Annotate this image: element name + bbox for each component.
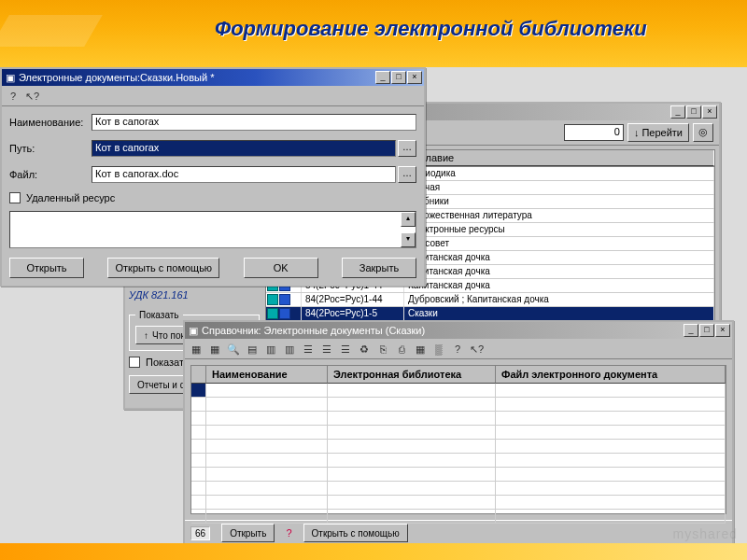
cell-title: Капитанская дочка: [404, 251, 714, 264]
tool-icon[interactable]: ▦: [189, 342, 204, 357]
name-input[interactable]: Кот в сапогах: [92, 114, 416, 131]
table-row[interactable]: 84(2Рос=Рус)1-5Сказки: [266, 307, 714, 321]
reference-titlebar[interactable]: ▣ Справочник: Электронные документы (Ска…: [185, 322, 732, 339]
whatsthis-icon[interactable]: ↖?: [24, 89, 39, 104]
page-title: Формирование электронной библиотеки: [215, 17, 647, 41]
open-with-button[interactable]: Открыть с помощью: [303, 524, 408, 542]
name-label: Наименование:: [9, 117, 92, 128]
view-button[interactable]: ◎: [693, 123, 713, 142]
close-button[interactable]: ×: [715, 324, 730, 337]
arrow-down-icon: ↓: [634, 127, 640, 138]
grid-row-marker-col: [191, 366, 206, 384]
reference-window: ▣ Справочник: Электронные документы (Ска…: [183, 320, 734, 544]
cell-title: Электронные ресурсы: [404, 223, 714, 236]
reference-title: Справочник: Электронные документы (Сказк…: [202, 325, 684, 336]
tool-icon[interactable]: ▦: [207, 342, 222, 357]
maximize-button[interactable]: □: [391, 71, 406, 84]
tool-icon[interactable]: ▒: [431, 342, 446, 357]
whatsthis-icon[interactable]: ↖?: [469, 342, 484, 357]
remote-checkbox[interactable]: Удаленный ресурс: [9, 192, 416, 203]
table-row[interactable]: [191, 398, 726, 412]
folder-icon: [267, 308, 278, 319]
file-browse-button[interactable]: …: [398, 166, 416, 183]
path-label: Путь:: [9, 143, 92, 154]
cell-title: Педсовет: [404, 237, 714, 250]
tool-icon[interactable]: ☰: [301, 342, 316, 357]
grid-col-library[interactable]: Электронная библиотека: [328, 366, 496, 384]
reference-grid-body[interactable]: [191, 384, 726, 524]
table-row[interactable]: [191, 426, 726, 440]
desktop-area: _ □ × 0 ↓Перейти ◎ УДК 821.161 Показать …: [0, 67, 747, 560]
doc-icon: [279, 294, 290, 305]
scroll-up-icon[interactable]: ▴: [401, 212, 416, 227]
tool-icon[interactable]: ▥: [282, 342, 297, 357]
file-label: Файл:: [9, 169, 92, 180]
cell-code: 84(2Рос=Рус)1-44: [302, 293, 404, 306]
path-browse-button[interactable]: …: [398, 140, 416, 157]
folder-icon: [267, 294, 278, 305]
tool-icon[interactable]: ⎘: [375, 342, 390, 357]
minimize-button[interactable]: _: [684, 324, 698, 337]
table-row[interactable]: [191, 482, 726, 496]
col-title[interactable]: Заглавие: [404, 150, 714, 166]
show-panel-legend: Показать: [135, 310, 183, 320]
grid-col-name[interactable]: Наименование: [206, 366, 328, 384]
open-button[interactable]: Открыть: [9, 258, 84, 278]
grid-col-file[interactable]: Файл электронного документа: [496, 366, 726, 384]
watermark: myshared: [673, 526, 738, 541]
table-row[interactable]: 84(2Рос=Рус)1-44Дубровский ; Капитанская…: [266, 293, 714, 307]
cell-title: Художественная литература: [404, 209, 714, 222]
open-button[interactable]: Открыть: [221, 524, 275, 542]
reference-grid[interactable]: Наименование Электронная библиотека Файл…: [190, 365, 726, 514]
table-row[interactable]: [191, 510, 726, 524]
dialog-title: Электронные документы:Сказки.Новый *: [19, 72, 375, 83]
tool-icon[interactable]: ⎙: [394, 342, 409, 357]
ok-button[interactable]: OK: [244, 258, 318, 278]
dialog-toolbar: ? ↖?: [2, 86, 424, 106]
table-row[interactable]: [191, 496, 726, 510]
table-row[interactable]: [191, 412, 726, 426]
minimize-button[interactable]: _: [670, 105, 685, 119]
table-row[interactable]: [191, 454, 726, 468]
goto-input[interactable]: 0: [564, 124, 624, 141]
edit-dialog: ▣ Электронные документы:Сказки.Новый * _…: [0, 67, 426, 287]
cell-code: 84(2Рос=Рус)1-5: [302, 307, 404, 320]
close-button[interactable]: ×: [407, 71, 422, 84]
tool-icon[interactable]: ▦: [413, 342, 428, 357]
remote-checkbox-label: Удаленный ресурс: [26, 192, 115, 203]
tool-icon[interactable]: ☰: [319, 342, 334, 357]
goto-button[interactable]: ↓Перейти: [627, 123, 689, 142]
dialog-titlebar[interactable]: ▣ Электронные документы:Сказки.Новый * _…: [2, 69, 424, 86]
help-icon[interactable]: ?: [450, 342, 465, 357]
close-button[interactable]: ×: [702, 105, 717, 119]
checkbox-box: [9, 192, 21, 203]
tool-icon[interactable]: ▤: [245, 342, 260, 357]
tool-icon[interactable]: ▥: [263, 342, 278, 357]
tool-icon[interactable]: ☰: [338, 342, 353, 357]
open-with-button[interactable]: Открыть с помощью: [107, 258, 219, 278]
doc-icon: [279, 308, 290, 319]
app-icon: ▣: [6, 72, 15, 84]
tool-icon[interactable]: ♻: [357, 342, 372, 357]
record-count: 66: [190, 526, 210, 540]
cell-title: Учебники: [404, 195, 714, 208]
banner: Формирование электронной библиотеки: [0, 0, 747, 67]
maximize-button[interactable]: □: [699, 324, 714, 337]
table-row[interactable]: [191, 384, 726, 398]
close-button[interactable]: Закрыть: [342, 258, 416, 278]
help-icon[interactable]: ?: [6, 89, 21, 104]
table-row[interactable]: [191, 468, 726, 482]
scroll-down-icon[interactable]: ▾: [401, 232, 416, 247]
reference-toolbar: ▦ ▦ 🔍 ▤ ▥ ▥ ☰ ☰ ☰ ♻ ⎘ ⎙ ▦ ▒ ? ↖?: [185, 339, 732, 359]
help-icon[interactable]: ?: [286, 527, 291, 539]
app-icon: ▣: [189, 325, 198, 337]
file-input[interactable]: Кот в сапогах.doc: [92, 166, 396, 183]
maximize-button[interactable]: □: [686, 105, 701, 119]
search-icon[interactable]: 🔍: [226, 342, 241, 357]
minimize-button[interactable]: _: [375, 71, 390, 84]
notes-textarea[interactable]: ▴ ▾: [9, 211, 416, 248]
path-input[interactable]: Кот в сапогах: [92, 140, 396, 157]
cell-title: Капитанская дочка: [404, 279, 714, 292]
reference-grid-header: Наименование Электронная библиотека Файл…: [191, 366, 726, 384]
table-row[interactable]: [191, 440, 726, 454]
